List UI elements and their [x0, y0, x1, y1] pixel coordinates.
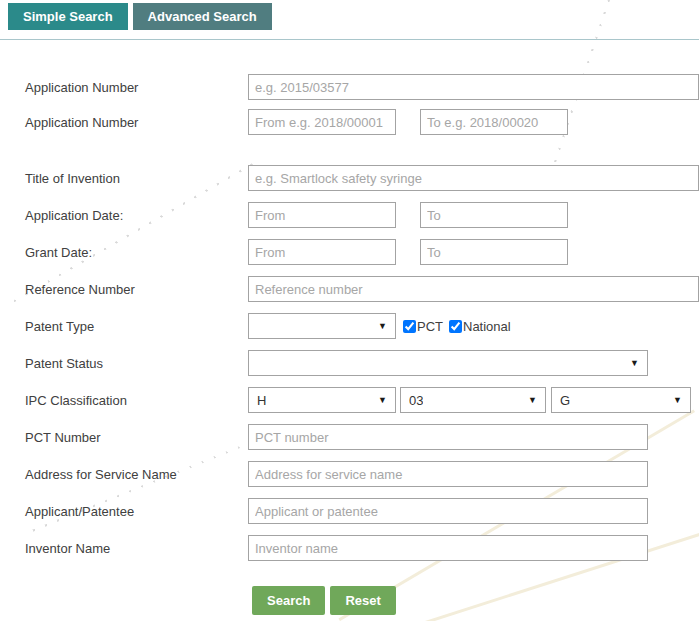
patent-status-label: Patent Status	[25, 356, 248, 371]
tab-simple-search[interactable]: Simple Search	[8, 3, 128, 30]
pct-checkbox[interactable]	[403, 320, 416, 333]
application-date-label: Application Date:	[25, 208, 248, 223]
reference-number-label: Reference Number	[25, 282, 248, 297]
national-checkbox[interactable]	[449, 320, 462, 333]
dropdown-arrow-icon: ▼	[630, 359, 639, 368]
pct-number-input[interactable]	[248, 424, 648, 450]
form-actions: Search Reset	[25, 586, 699, 615]
grant-date-to-input[interactable]	[420, 239, 568, 265]
applicant-patentee-label: Applicant/Patentee	[25, 504, 248, 519]
address-for-service-input[interactable]	[248, 461, 648, 487]
dropdown-arrow-icon: ▼	[378, 322, 387, 331]
pct-number-row: PCT Number	[25, 424, 699, 450]
patent-type-checkboxes: PCT National	[403, 319, 517, 334]
title-of-invention-input[interactable]	[248, 165, 699, 191]
ipc-classification-label: IPC Classification	[25, 393, 248, 408]
inventor-name-label: Inventor Name	[25, 541, 248, 556]
tab-divider	[0, 39, 699, 40]
patent-status-row: Patent Status ▼	[25, 350, 699, 376]
grant-date-row: Grant Date:	[25, 239, 699, 265]
application-number-from-input[interactable]	[248, 109, 396, 135]
ipc-class-selected-value: 03	[409, 393, 423, 408]
application-date-to-input[interactable]	[420, 202, 568, 228]
patent-type-label: Patent Type	[25, 319, 248, 334]
ipc-subclass-selected-value: G	[560, 393, 570, 408]
reset-button[interactable]: Reset	[330, 586, 395, 615]
patent-type-select[interactable]: ▼	[248, 313, 396, 339]
national-checkbox-label: National	[463, 319, 511, 334]
grant-date-from-input[interactable]	[248, 239, 396, 265]
tab-advanced-search[interactable]: Advanced Search	[133, 3, 272, 30]
pct-checkbox-label: PCT	[417, 319, 443, 334]
address-for-service-label: Address for Service Name	[25, 467, 248, 482]
ipc-classification-row: IPC Classification H ▼ 03 ▼ G ▼	[25, 387, 699, 413]
simple-search-form: Application Number Application Number Ti…	[0, 74, 699, 615]
inventor-name-row: Inventor Name	[25, 535, 699, 561]
application-date-row: Application Date:	[25, 202, 699, 228]
page: Simple Search Advanced Search Applicatio…	[0, 0, 699, 621]
patent-status-select[interactable]: ▼	[248, 350, 648, 376]
application-number-range-row: Application Number	[25, 109, 699, 135]
dropdown-arrow-icon: ▼	[673, 396, 682, 405]
application-date-from-input[interactable]	[248, 202, 396, 228]
ipc-class-select[interactable]: 03 ▼	[400, 387, 546, 413]
reference-number-input[interactable]	[248, 276, 699, 302]
dropdown-arrow-icon: ▼	[378, 396, 387, 405]
inventor-name-input[interactable]	[248, 535, 648, 561]
application-number-range-label: Application Number	[25, 115, 248, 130]
title-of-invention-row: Title of Invention	[25, 165, 699, 191]
application-number-label: Application Number	[25, 80, 248, 95]
patent-type-row: Patent Type ▼ PCT National	[25, 313, 699, 339]
pct-number-label: PCT Number	[25, 430, 248, 445]
dropdown-arrow-icon: ▼	[528, 396, 537, 405]
ipc-section-selected-value: H	[257, 393, 266, 408]
application-number-to-input[interactable]	[420, 109, 568, 135]
search-tabs: Simple Search Advanced Search	[8, 3, 699, 30]
search-button[interactable]: Search	[252, 586, 325, 615]
title-of-invention-label: Title of Invention	[25, 171, 248, 186]
ipc-section-select[interactable]: H ▼	[248, 387, 396, 413]
ipc-subclass-select[interactable]: G ▼	[551, 387, 691, 413]
applicant-patentee-row: Applicant/Patentee	[25, 498, 699, 524]
address-for-service-row: Address for Service Name	[25, 461, 699, 487]
application-number-input[interactable]	[248, 74, 699, 100]
reference-number-row: Reference Number	[25, 276, 699, 302]
applicant-patentee-input[interactable]	[248, 498, 648, 524]
application-number-row: Application Number	[25, 74, 699, 100]
grant-date-label: Grant Date:	[25, 245, 248, 260]
